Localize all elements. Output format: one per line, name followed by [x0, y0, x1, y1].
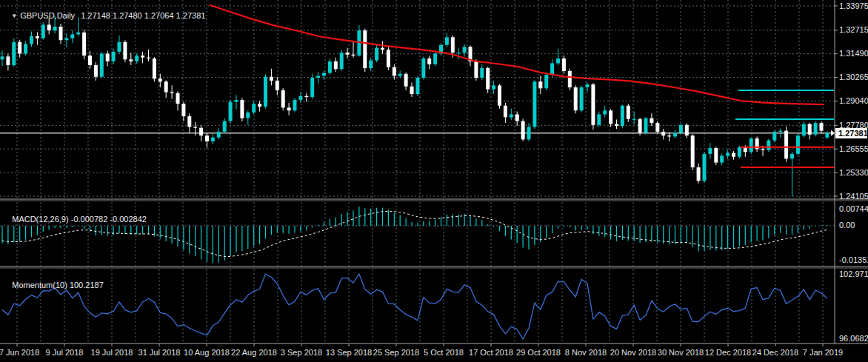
date-axis-label: 13 Sep 2018 [326, 348, 372, 357]
candle-body [597, 114, 601, 124]
candle-body [820, 123, 824, 130]
candle-body [463, 47, 467, 53]
candle-body [726, 153, 730, 156]
candle-body [550, 63, 554, 75]
candle-body [129, 59, 133, 61]
candle-body [691, 135, 695, 167]
candle-body [246, 113, 250, 118]
candle-body [627, 106, 630, 119]
candle-body [141, 56, 144, 58]
ohlc-low: 1.27064 [144, 11, 174, 20]
candle-body [667, 135, 671, 136]
date-axis-label: 25 Sep 2018 [373, 348, 419, 357]
candle-body [363, 30, 367, 68]
candle-body [515, 114, 519, 121]
candle-body [316, 76, 320, 78]
candle-body [352, 55, 355, 56]
candle-body [562, 58, 566, 71]
candle-body [70, 34, 74, 38]
candle-body [510, 114, 513, 117]
candle-body [270, 77, 273, 81]
date-axis-label: 8 Nov 2018 [565, 348, 607, 357]
price-axis-label: 1.24105 [839, 192, 868, 201]
candle-body [1, 56, 4, 59]
candle-body [393, 67, 396, 76]
candle-body [346, 53, 350, 55]
candle-body [714, 148, 718, 163]
candle-body [796, 135, 800, 154]
current-price-box: 1.27381 [835, 128, 867, 138]
candle-body [298, 96, 302, 100]
candle-body [181, 104, 185, 116]
candle-body [310, 78, 314, 97]
candle-body [790, 154, 794, 159]
macd-axis-zero: 0.00 [839, 221, 855, 230]
candle-body [568, 71, 572, 87]
macd-axis-min: -0.01351 [839, 255, 868, 265]
candle-body [82, 33, 86, 56]
chart-title: ▼GBPUSD,Daily1.27148 1.27480 1.27064 1.2… [2, 1, 205, 30]
candle-body [170, 93, 174, 93]
price-box-notch [831, 130, 835, 136]
candle-body [650, 118, 653, 124]
candle-body [521, 121, 525, 140]
candle-body [480, 68, 484, 78]
candle-body [176, 93, 180, 104]
chart-window: ▼GBPUSD,Daily1.27148 1.27480 1.27064 1.2… [0, 0, 868, 362]
candle-body [304, 96, 308, 97]
candle-body [153, 58, 156, 78]
candle-body [538, 81, 542, 88]
candle-body [24, 44, 27, 53]
ohlc-open: 1.27148 [81, 11, 110, 20]
candle-body [586, 84, 590, 87]
candle-body [328, 61, 332, 73]
candle-body [76, 33, 80, 35]
candle-body [229, 102, 233, 121]
candle-body [223, 121, 227, 132]
candle-body [421, 58, 425, 78]
candle-body [673, 133, 677, 136]
candle-body [457, 53, 461, 53]
ohlc-high: 1.27480 [113, 11, 142, 20]
candle-body [750, 138, 753, 152]
candle-body [287, 107, 291, 110]
momentum-axis-min: 96.0682 [839, 334, 868, 343]
candle-body [591, 84, 595, 125]
candle-body [825, 133, 829, 138]
candle-body [135, 56, 138, 61]
candle-body [187, 116, 191, 127]
symbol-marker-icon: ▼ [11, 13, 17, 19]
candle-body [661, 132, 665, 135]
candle-body [474, 61, 478, 78]
candle-body [387, 50, 390, 67]
price-axis-label: 1.26555 [839, 144, 868, 154]
candle-body [30, 36, 33, 44]
candle-body [217, 132, 221, 138]
candle-body [808, 124, 812, 134]
candle-body [580, 87, 584, 110]
candle-body [732, 153, 735, 157]
chart-canvas[interactable] [0, 0, 868, 362]
candle-body [738, 147, 741, 157]
candle-body [451, 37, 455, 53]
candle-body [544, 75, 548, 88]
candle-body [252, 104, 256, 113]
candle-body [281, 90, 285, 107]
candle-body [772, 132, 776, 141]
candle-body [322, 73, 326, 76]
date-axis-label: 29 Oct 2018 [516, 348, 561, 357]
momentum-name: Momentum(10) [12, 281, 67, 289]
candle-body [655, 123, 659, 132]
candle-body [697, 167, 701, 181]
candle-body [445, 37, 449, 44]
candle-body [603, 110, 607, 114]
macd-signal-value: -0.002842 [110, 215, 147, 224]
candle-body [158, 78, 162, 81]
candle-body [708, 148, 712, 154]
current-price-value: 1.27381 [838, 129, 868, 138]
macd-value: -0.000782 [71, 215, 108, 224]
candle-body [375, 48, 378, 61]
date-axis-label: 9 Jul 2018 [46, 348, 84, 357]
symbol-label: GBPUSD,Daily [20, 11, 75, 20]
candle-body [527, 127, 531, 139]
